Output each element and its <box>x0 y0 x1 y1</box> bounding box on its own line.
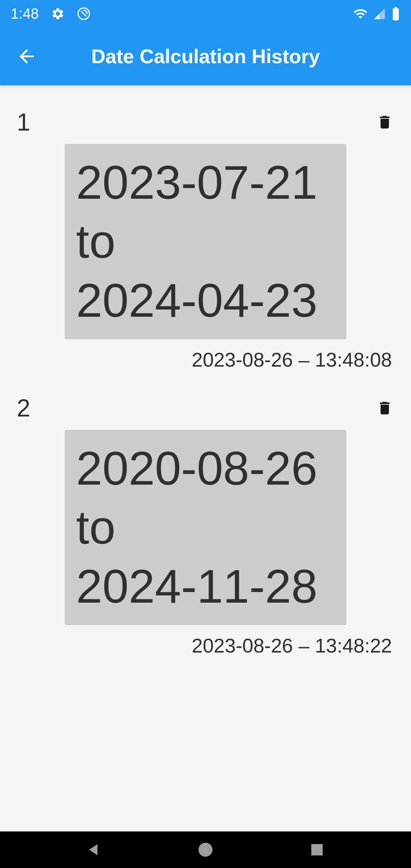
back-button[interactable] <box>15 45 38 68</box>
arrow-left-icon <box>16 46 37 67</box>
status-bar-right <box>353 6 400 21</box>
date-from: 2020-08-26 <box>76 439 335 498</box>
svg-rect-2 <box>395 7 397 9</box>
status-bar: 1:48 <box>0 0 411 27</box>
nav-recent-button[interactable] <box>306 838 328 861</box>
page-title: Date Calculation History <box>61 45 350 68</box>
date-range-box[interactable]: 2023-07-21 to 2024-04-23 <box>65 144 346 339</box>
status-time: 1:48 <box>11 6 39 22</box>
history-item: 1 2023-07-21 to 2024-04-23 2023-08-26 – … <box>17 108 394 371</box>
date-from: 2023-07-21 <box>76 153 335 212</box>
triangle-back-icon <box>86 841 102 858</box>
svg-point-3 <box>199 843 213 857</box>
svg-rect-4 <box>311 844 323 855</box>
nav-home-button[interactable] <box>194 838 217 861</box>
history-item: 2 2020-08-26 to 2024-11-28 2023-08-26 – … <box>17 394 394 657</box>
item-number: 2 <box>17 394 30 422</box>
signal-icon <box>373 7 386 20</box>
circle-home-icon <box>197 841 214 858</box>
delete-button[interactable] <box>375 113 394 132</box>
navigation-bar <box>0 831 411 868</box>
date-connector: to <box>76 498 335 557</box>
battery-icon <box>391 6 400 21</box>
nav-back-button[interactable] <box>83 838 105 861</box>
app-bar: Date Calculation History <box>0 27 411 85</box>
trash-icon <box>376 400 393 416</box>
svg-rect-1 <box>393 8 399 21</box>
timestamp: 2023-08-26 – 13:48:08 <box>17 348 394 371</box>
date-range-box[interactable]: 2020-08-26 to 2024-11-28 <box>65 430 346 625</box>
item-header: 1 <box>17 108 394 136</box>
trash-icon <box>376 114 393 131</box>
item-header: 2 <box>17 394 394 422</box>
no-sync-icon <box>77 7 91 21</box>
wifi-icon <box>353 6 368 21</box>
delete-button[interactable] <box>375 399 394 418</box>
status-bar-left: 1:48 <box>11 6 91 22</box>
timestamp: 2023-08-26 – 13:48:22 <box>17 634 394 657</box>
history-list: 1 2023-07-21 to 2024-04-23 2023-08-26 – … <box>0 108 411 657</box>
item-number: 1 <box>17 108 30 136</box>
square-recent-icon <box>309 842 325 857</box>
gear-icon <box>51 7 65 21</box>
date-to: 2024-04-23 <box>76 271 335 330</box>
date-to: 2024-11-28 <box>76 557 335 616</box>
date-connector: to <box>76 212 335 271</box>
